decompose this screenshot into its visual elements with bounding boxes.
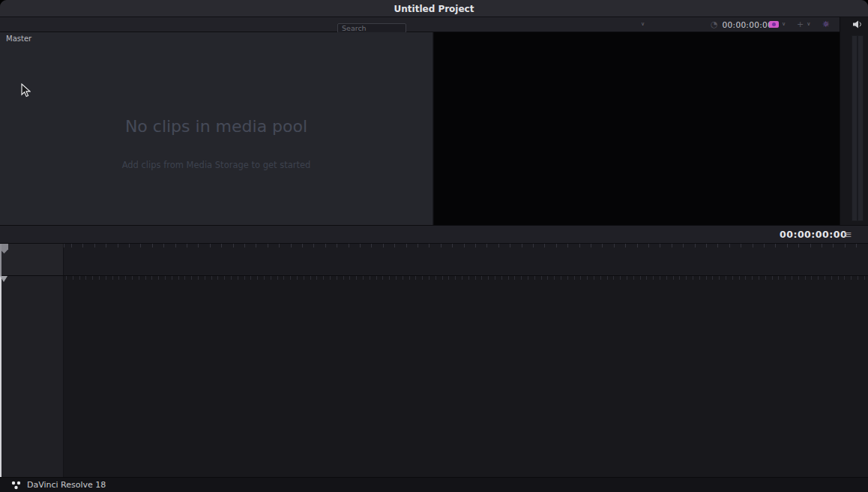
viewer-options-chevron-icon[interactable]: ∨ <box>641 22 645 27</box>
viewer-panel[interactable] <box>433 32 840 225</box>
upper-timeline-ruler[interactable] <box>0 244 868 275</box>
davinci-resolve-logo <box>10 480 22 490</box>
viewer-options: ∨ <box>641 17 645 32</box>
viewer-timecode-group: ◔ 00:00:00:00 <box>711 17 773 32</box>
boost-group: ☼ <box>822 17 830 32</box>
tracker-chevron-icon[interactable]: ∨ <box>807 22 810 27</box>
ruler-minor-ticks <box>64 244 868 248</box>
meter-bar-right <box>858 35 864 221</box>
camera-group: ∨ <box>769 17 786 32</box>
close-window-button[interactable] <box>7 4 16 13</box>
media-pool-panel[interactable]: Master No clips in media pool Add clips … <box>0 32 433 225</box>
playhead-head[interactable] <box>0 276 7 282</box>
bin-name-label[interactable]: Master <box>6 34 31 43</box>
project-title: Untitled Project <box>0 0 868 17</box>
empty-pool-hint: Add clips from Media Storage to get star… <box>0 160 433 170</box>
zoom-window-button[interactable] <box>37 4 46 13</box>
timeline-timecode: 00:00:00:00 <box>780 226 847 243</box>
lower-timeline-ruler[interactable] <box>0 276 868 477</box>
playhead-line[interactable] <box>0 276 1 477</box>
upper-timeline[interactable] <box>0 244 868 276</box>
speaker-icon[interactable] <box>853 20 863 28</box>
tracker-group: + ∨ <box>797 17 810 32</box>
meter-bar-left <box>852 35 858 221</box>
ruler-minor-ticks <box>64 276 868 280</box>
davinci-resolve-window: Untitled Project ∨ ◔ 00:00:00:00 ∨ + ∨ ☼ <box>0 0 868 492</box>
traffic-lights <box>0 0 58 16</box>
audio-meter-panel <box>840 17 868 225</box>
empty-pool-title: No clips in media pool <box>0 117 433 136</box>
page-bar: DaVinci Resolve 18 <box>0 477 868 492</box>
app-version-label: DaVinci Resolve 18 <box>27 478 106 492</box>
top-bar: Untitled Project <box>0 0 868 17</box>
camera-chevron-icon[interactable]: ∨ <box>782 22 786 27</box>
upper-timeline-tools <box>0 244 64 275</box>
hamburger-menu-icon[interactable]: ≡ <box>844 230 852 239</box>
edit-toolbar: 00:00:00:00 ≡ <box>0 225 868 244</box>
mouse-cursor <box>21 83 31 98</box>
media-pool-toolbar: ∨ ◔ 00:00:00:00 ∨ + ∨ ☼ <box>0 17 840 32</box>
timeline-snap-tools <box>0 276 64 477</box>
source-timecode: 00:00:00:00 <box>723 20 773 29</box>
camera-icon[interactable] <box>769 21 779 28</box>
lower-timeline[interactable] <box>0 276 868 477</box>
timeline-menu: ≡ <box>844 226 852 243</box>
minimize-window-button[interactable] <box>22 4 31 13</box>
color-boost-icon[interactable]: ☼ <box>822 20 830 29</box>
upper-playhead-line[interactable] <box>0 244 1 276</box>
tracker-icon[interactable]: + <box>797 20 804 28</box>
speed-icon[interactable]: ◔ <box>711 20 718 28</box>
